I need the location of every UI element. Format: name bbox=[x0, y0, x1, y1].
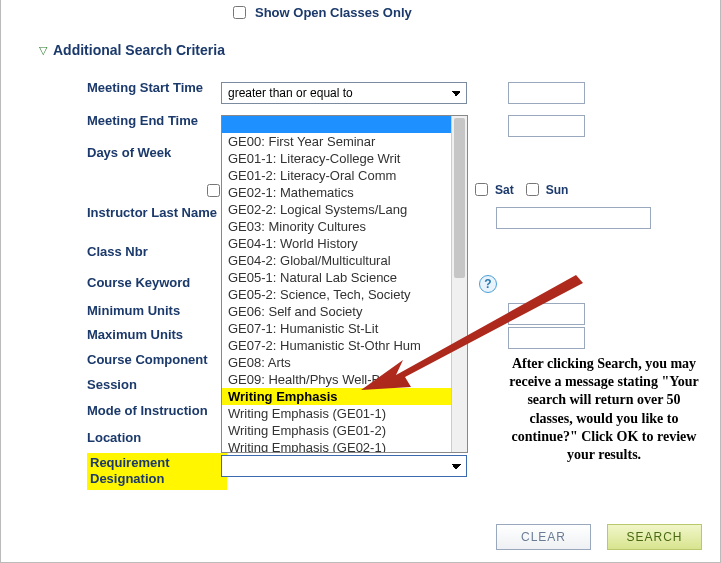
meeting-start-label: Meeting Start Time bbox=[87, 80, 227, 95]
search-button[interactable]: SEARCH bbox=[607, 524, 702, 550]
listbox-option[interactable]: GE06: Self and Society bbox=[222, 303, 451, 320]
meeting-end-label: Meeting End Time bbox=[87, 113, 227, 128]
additional-search-toggle[interactable]: ▽ Additional Search Criteria bbox=[39, 42, 225, 58]
annotation-text: After clicking Search, you may receive a… bbox=[509, 355, 699, 464]
meeting-start-operator-select[interactable]: greater than or equal to bbox=[221, 82, 467, 104]
location-label: Location bbox=[87, 430, 227, 445]
course-keyword-label: Course Keyword bbox=[87, 275, 227, 290]
listbox-option[interactable]: GE09: Health/Phys Well-Being bbox=[222, 371, 451, 388]
show-open-classes-label: Show Open Classes Only bbox=[255, 5, 412, 20]
minimum-units-label: Minimum Units bbox=[87, 303, 227, 318]
listbox-option[interactable]: GE02-2: Logical Systems/Lang bbox=[222, 201, 451, 218]
sun-label: Sun bbox=[546, 183, 569, 197]
meeting-end-time-input[interactable] bbox=[508, 115, 585, 137]
days-of-week-label: Days of Week bbox=[87, 145, 227, 160]
instructor-last-name-input[interactable] bbox=[496, 207, 651, 229]
listbox-option[interactable]: GE08: Arts bbox=[222, 354, 451, 371]
listbox-option[interactable]: GE04-2: Global/Multicultural bbox=[222, 252, 451, 269]
maximum-units-input[interactable] bbox=[508, 327, 585, 349]
requirement-designation-listbox[interactable]: GE00: First Year SeminarGE01-1: Literacy… bbox=[221, 115, 468, 453]
listbox-option[interactable]: Writing Emphasis bbox=[222, 388, 451, 405]
listbox-scrollbar[interactable] bbox=[451, 116, 467, 452]
sun-checkbox[interactable] bbox=[526, 183, 539, 196]
listbox-option[interactable]: GE03: Minority Cultures bbox=[222, 218, 451, 235]
sat-checkbox[interactable] bbox=[475, 183, 488, 196]
maximum-units-label: Maximum Units bbox=[87, 327, 227, 342]
class-nbr-label: Class Nbr bbox=[87, 244, 227, 259]
instructor-last-name-label: Instructor Last Name bbox=[87, 205, 227, 221]
help-icon[interactable]: ? bbox=[479, 275, 497, 293]
listbox-option[interactable]: GE07-2: Humanistic St-Othr Hum bbox=[222, 337, 451, 354]
clear-button[interactable]: CLEAR bbox=[496, 524, 591, 550]
requirement-designation-select[interactable] bbox=[221, 455, 467, 477]
expand-triangle-icon: ▽ bbox=[39, 44, 47, 57]
listbox-option-blank[interactable] bbox=[222, 116, 451, 133]
course-component-label: Course Component bbox=[87, 352, 227, 367]
listbox-option[interactable]: GE05-2: Science, Tech, Society bbox=[222, 286, 451, 303]
listbox-option[interactable]: GE05-1: Natural Lab Science bbox=[222, 269, 451, 286]
listbox-scrollbar-thumb[interactable] bbox=[454, 118, 465, 278]
listbox-option[interactable]: GE07-1: Humanistic St-Lit bbox=[222, 320, 451, 337]
listbox-option[interactable]: Writing Emphasis (GE02-1) bbox=[222, 439, 451, 453]
section-title: Additional Search Criteria bbox=[53, 42, 225, 58]
sat-label: Sat bbox=[495, 183, 514, 197]
session-label: Session bbox=[87, 377, 227, 392]
listbox-option[interactable]: GE00: First Year Seminar bbox=[222, 133, 451, 150]
listbox-option[interactable]: GE02-1: Mathematics bbox=[222, 184, 451, 201]
listbox-option[interactable]: Writing Emphasis (GE01-1) bbox=[222, 405, 451, 422]
listbox-option[interactable]: GE04-1: World History bbox=[222, 235, 451, 252]
requirement-designation-label: Requirement Designation bbox=[87, 453, 227, 490]
listbox-option[interactable]: GE01-2: Literacy-Oral Comm bbox=[222, 167, 451, 184]
show-open-classes-checkbox[interactable] bbox=[233, 6, 246, 19]
day-first-checkbox[interactable] bbox=[207, 184, 220, 197]
minimum-units-input[interactable] bbox=[508, 303, 585, 325]
meeting-start-time-input[interactable] bbox=[508, 82, 585, 104]
mode-label: Mode of Instruction bbox=[87, 403, 227, 418]
listbox-option[interactable]: Writing Emphasis (GE01-2) bbox=[222, 422, 451, 439]
listbox-option[interactable]: GE01-1: Literacy-College Writ bbox=[222, 150, 451, 167]
